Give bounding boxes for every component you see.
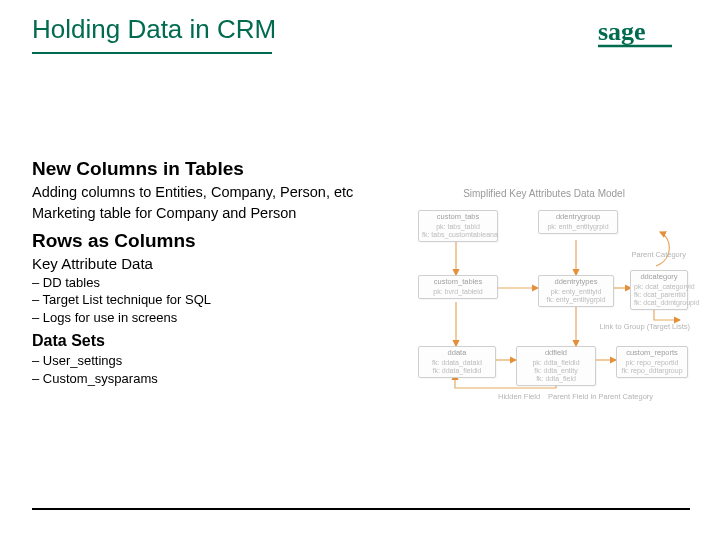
heading-rows-as-columns: Rows as Columns	[32, 230, 382, 252]
heading-data-sets: Data Sets	[32, 332, 382, 350]
page-title: Holding Data in CRM	[32, 14, 276, 45]
diagram-box-custom-reports: custom_reports pk: repo_reportid fk: rep…	[616, 346, 688, 378]
diagram-label-parent-field: Parent Field in Parent Category	[548, 392, 653, 401]
heading-new-columns: New Columns in Tables	[32, 158, 382, 180]
list-item: DD tables	[32, 274, 382, 292]
list-item: Target List technique for SQL	[32, 291, 382, 309]
diagram-box-ddentrygroup: ddentrygroup pk: enth_entitygrpid	[538, 210, 618, 234]
content-column: New Columns in Tables Adding columns to …	[32, 158, 382, 393]
diagram-label-hidden-field: Hidden Field	[498, 392, 540, 401]
diagram-label-link-to-group: Link to Group (Target Lists)	[600, 322, 690, 331]
diagram-box-ddentrytypes: ddentrytypes pk: enty_entityid fk: enty_…	[538, 275, 614, 307]
bullets-data-sets: User_settings Custom_sysparams	[32, 352, 382, 387]
diagram-box-ddata: ddata fk: ddata_dataid fk: ddata_fieldid	[418, 346, 496, 378]
diagram-box-ddfield: ddfield pk: ddta_fieldid fk: ddta_entity…	[516, 346, 596, 386]
text-new-columns-2: Marketing table for Company and Person	[32, 204, 382, 223]
list-item: User_settings	[32, 352, 382, 370]
diagram-title: Simplified Key Attributes Data Model	[398, 188, 690, 199]
bullets-rows-as-columns: DD tables Target List technique for SQL …	[32, 274, 382, 327]
footer-divider	[32, 508, 690, 510]
diagram-label-parent-category: Parent Category	[631, 250, 686, 259]
diagram-box-ddcategory: ddcategory pk: dcat_categoryid fk: dcat_…	[630, 270, 688, 310]
diagram-box-custom-tabs: custom_tabs pk: tabs_tabid fk: tabs_cust…	[418, 210, 498, 242]
list-item: Logs for use in screens	[32, 309, 382, 327]
diagram-box-custom-tables: custom_tables pk: bvrd_tableid	[418, 275, 498, 299]
diagram-key-attributes: Simplified Key Attributes Data Model	[398, 188, 690, 420]
title-underline	[32, 52, 272, 54]
brand-logo: sage	[598, 18, 690, 54]
brand-name: sage	[598, 18, 646, 46]
list-item: Custom_sysparams	[32, 370, 382, 388]
text-new-columns-1: Adding columns to Entities, Company, Per…	[32, 183, 382, 202]
subheading-key-attribute-data: Key Attribute Data	[32, 255, 382, 272]
